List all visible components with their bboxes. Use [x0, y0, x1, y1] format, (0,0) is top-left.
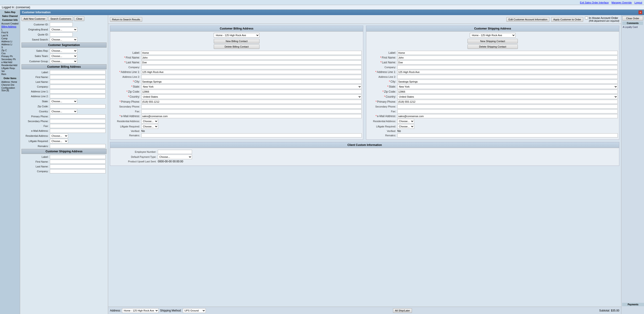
customer-information-modal: Customer Information ✕ Add New Customer …: [20, 10, 644, 314]
billing-primaryphone-field-input[interactable]: [141, 100, 362, 104]
saved-search-select[interactable]: Choose...: [50, 37, 77, 42]
logout-link[interactable]: Logout: [634, 1, 642, 4]
search-customers-button[interactable]: Search Customers: [48, 16, 73, 21]
billing-email-input[interactable]: [50, 129, 106, 133]
billing-address-sidebar[interactable]: Billing Address: [1, 25, 19, 28]
address-select[interactable]: Home - 125 High Rock Ave: [122, 308, 159, 313]
billing-secondaryphone-field-label: Secondary Phone:: [112, 105, 141, 108]
shipping-addr1-field-input[interactable]: [397, 70, 618, 74]
shipping-primaryphone-field-input[interactable]: [397, 100, 618, 104]
billing-liftgate-select[interactable]: Choose...: [50, 139, 68, 144]
shipping-email-field-input[interactable]: [397, 114, 618, 118]
shipping-company-input[interactable]: [50, 169, 106, 173]
customer-id-row: Customer ID:: [22, 22, 106, 26]
shipping-company-field-input[interactable]: [397, 65, 618, 69]
billing-firstname-input[interactable]: [50, 75, 106, 79]
billing-remakrs-field-input[interactable]: [141, 133, 362, 138]
shipping-country-field-select[interactable]: United States: [397, 94, 618, 99]
shipping-zip-field-input[interactable]: [397, 90, 618, 94]
billing-email-row: *e-Mail Address:: [112, 114, 362, 118]
modal-close-button[interactable]: ✕: [638, 10, 642, 14]
billing-secondaryphone-input[interactable]: [50, 119, 106, 123]
customer-id-input[interactable]: [50, 22, 73, 26]
billing-country-select[interactable]: Choose...: [50, 109, 77, 114]
modal-content: Add New Customer Search Customers Clear …: [20, 15, 644, 314]
billing-addr1-field-input[interactable]: [141, 70, 362, 74]
originating-brand-label: Originating Brand:: [22, 28, 50, 31]
billing-addr2-input[interactable]: [50, 94, 106, 98]
manager-override-link[interactable]: Manager Override: [612, 1, 632, 4]
shipping-liftgate-field-select[interactable]: Choose...: [397, 124, 414, 129]
edit-customer-account-button[interactable]: Edit Customer Account Information: [506, 17, 549, 22]
shipping-btn-row: New Shipping Contact Delete Shipping Con…: [368, 39, 618, 49]
billing-fax-field-input[interactable]: [141, 109, 362, 114]
billing-label-input[interactable]: [50, 70, 106, 74]
billing-remarks-input[interactable]: [50, 144, 106, 148]
iha-checkbox[interactable]: [585, 16, 588, 20]
shipping-fax-field-input[interactable]: [397, 109, 618, 114]
billing-company-input[interactable]: [50, 84, 106, 89]
billing-lastname-input[interactable]: [50, 80, 106, 84]
customer-group-label-form: Customer Group:: [22, 60, 50, 63]
billing-residential-label: Residential Address:: [22, 134, 50, 137]
billing-primaryphone-input[interactable]: [50, 114, 106, 118]
shipping-residential-field-select[interactable]: Choose...: [397, 119, 414, 124]
sales-rep-select[interactable]: Choose...: [50, 48, 77, 53]
billing-country-field-select[interactable]: United States: [141, 94, 362, 99]
shipping-method-select[interactable]: UPS Ground: [183, 308, 206, 313]
billing-company-field-input[interactable]: [141, 65, 362, 69]
quote-id-label: Quote ID:: [22, 33, 50, 36]
iha-label: In House Account Order: [589, 16, 619, 20]
customer-group-select[interactable]: Choose...: [50, 59, 77, 64]
all-ship-later-button[interactable]: All Ship/Later: [393, 308, 412, 313]
delete-billing-contact-button[interactable]: Delete Billing Contact: [214, 44, 260, 49]
shipping-remakrs-field-input[interactable]: [397, 133, 618, 138]
clear-order-button[interactable]: Clear Order: [622, 16, 643, 20]
shipping-label-field-input[interactable]: [397, 51, 618, 55]
billing-state-field-select[interactable]: New York: [141, 84, 362, 89]
shipping-firstname-field-input[interactable]: [397, 56, 618, 60]
shipping-lastname-field-input[interactable]: [397, 60, 618, 64]
billing-firstname-field-input[interactable]: [141, 56, 362, 60]
billing-liftgate-field-select[interactable]: Choose...: [141, 124, 158, 129]
new-billing-contact-button[interactable]: New Billing Contact: [214, 39, 260, 44]
billing-lastname-field-input[interactable]: [141, 60, 362, 64]
billing-address-dropdown[interactable]: Home - 125 High Rock Ave: [214, 33, 260, 38]
billing-state-select[interactable]: Choose...: [50, 99, 77, 104]
shipping-secondaryphone-field-input[interactable]: [397, 104, 618, 109]
sales-team-select[interactable]: Choose...: [50, 54, 77, 58]
shipping-label-input[interactable]: [50, 155, 106, 159]
billing-secondaryphone-field-input[interactable]: [141, 104, 362, 109]
new-shipping-contact-button[interactable]: New Shipping Contact: [468, 39, 518, 44]
shipping-lastname-input[interactable]: [50, 164, 106, 168]
billing-label-field-input[interactable]: [141, 51, 362, 55]
billing-fax-input[interactable]: [50, 124, 106, 128]
billing-addr2-label: Address Line 2:: [22, 95, 50, 98]
apply-customer-to-order-button[interactable]: Apply Customer to Order: [551, 17, 583, 22]
quote-id-input[interactable]: [50, 32, 73, 36]
billing-email-field-input[interactable]: [141, 114, 362, 118]
order-items-sidebar[interactable]: Order Items: [1, 76, 19, 80]
shipping-addr2-field-input[interactable]: [397, 75, 618, 79]
billing-residential-field-select[interactable]: Choose...: [141, 119, 158, 124]
billing-zip-field-input[interactable]: [141, 90, 362, 94]
billing-city-field-input[interactable]: [141, 80, 362, 84]
delete-shipping-contact-button[interactable]: Delete Shipping Contact: [468, 44, 518, 49]
billing-residential-select[interactable]: Choose...: [50, 134, 68, 138]
clear-button[interactable]: Clear: [74, 16, 84, 21]
billing-addr1-input[interactable]: [50, 90, 106, 94]
shipping-state-field-select[interactable]: New York: [397, 84, 618, 89]
billing-residential-row: Residential Address: Choose...: [112, 119, 362, 124]
employee-number-input[interactable]: [158, 150, 192, 154]
shipping-city-field-input[interactable]: [397, 80, 618, 84]
originating-brand-select[interactable]: Choose...: [50, 27, 77, 32]
return-to-search-button[interactable]: Return to Search Results: [110, 17, 142, 22]
exit-sales-order-link[interactable]: Exit Sales Order Interface: [580, 1, 609, 4]
default-payment-select[interactable]: Choose...: [158, 154, 192, 159]
billing-addr2-field-input[interactable]: [141, 75, 362, 79]
customer-info-label[interactable]: Customer Info: [1, 18, 19, 22]
add-new-customer-button[interactable]: Add New Customer: [22, 16, 47, 21]
shipping-firstname-input[interactable]: [50, 160, 106, 164]
billing-zip-input[interactable]: [50, 104, 106, 108]
shipping-address-dropdown[interactable]: Home - 125 High Rock Ave: [470, 33, 516, 38]
